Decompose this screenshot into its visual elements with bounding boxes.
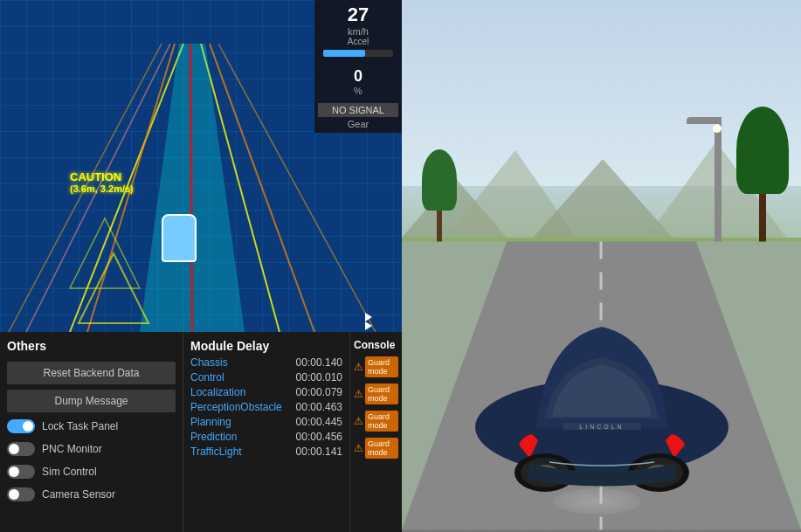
accel-bar: [323, 50, 393, 57]
lock-task-panel-label: Lock Task Panel: [42, 420, 118, 432]
module-name-planning: Planning: [190, 416, 231, 428]
sim-control-toggle[interactable]: [7, 465, 35, 479]
console-item-1: ⚠ Guard mode: [354, 355, 398, 379]
pnc-monitor-label: PNC Monitor: [42, 443, 102, 455]
module-time-chassis: 00:00.140: [296, 356, 342, 369]
console-text-3: Guard mode: [365, 411, 398, 432]
console-item-2: ⚠ Guard mode: [354, 382, 398, 406]
console-text-1: Guard mode: [365, 356, 398, 377]
lock-task-panel-toggle[interactable]: [7, 419, 35, 433]
pnc-monitor-toggle[interactable]: [7, 442, 35, 456]
lincoln-car-svg: LINCOLN: [458, 252, 746, 506]
percent-value: 0: [354, 67, 363, 86]
module-row-trafficlight: TrafficLight 00:00.141: [190, 446, 342, 458]
dump-message-button[interactable]: Dump Message: [7, 390, 176, 412]
speed-unit: km/h: [348, 26, 369, 37]
module-name-trafficlight: TrafficLight: [190, 446, 242, 458]
no-signal-status: NO SIGNAL: [318, 103, 398, 117]
warn-icon-3: ⚠: [354, 415, 363, 427]
svg-text:LINCOLN: LINCOLN: [579, 424, 624, 430]
module-name-localization: Localization: [190, 386, 245, 398]
lock-task-panel-toggle-row: Lock Task Panel: [7, 419, 176, 433]
module-time-prediction: 00:00.456: [296, 431, 342, 443]
module-name-chassis: Chassis: [190, 356, 228, 369]
svg-line-3: [190, 44, 192, 332]
left-panel: CAUTION (3.6m, 3.2m/s) 27 km/h Accel 0 %…: [0, 0, 402, 532]
warn-icon-2: ⚠: [354, 388, 363, 400]
simulation-view: CAUTION (3.6m, 3.2m/s) 27 km/h Accel 0 %…: [0, 0, 402, 332]
percent-unit: %: [354, 86, 363, 96]
caution-detail: (3.6m, 3.2m/s): [70, 183, 134, 194]
module-name-prediction: Prediction: [190, 431, 237, 443]
toggle-knob-3: [9, 466, 19, 477]
camera-sensor-label: Camera Sensor: [42, 488, 115, 501]
speed-panel: 27 km/h Accel 0 % NO SIGNAL Gear: [314, 0, 402, 133]
svg-marker-13: [533, 159, 673, 238]
module-time-perception: 00:00.463: [296, 401, 342, 413]
module-row-prediction: Prediction 00:00.456: [190, 431, 342, 443]
others-panel: Others Reset Backend Data Dump Message L…: [0, 332, 183, 532]
module-delay-panel: Module Delay Chassis 00:00.140 Control 0…: [183, 332, 349, 532]
sim-control-toggle-row: Sim Control: [7, 465, 176, 479]
svg-marker-10: [70, 218, 140, 288]
toggle-knob: [23, 421, 33, 432]
module-row-control: Control 00:00.010: [190, 371, 342, 383]
module-time-control: 00:00.010: [296, 371, 342, 383]
speed-value: 27: [348, 3, 369, 26]
street-lamp: [715, 117, 722, 257]
console-item-3: ⚠ Guard mode: [354, 409, 398, 433]
module-time-planning: 00:00.445: [296, 416, 342, 428]
camera-sensor-toggle[interactable]: [7, 487, 35, 501]
others-title: Others: [7, 339, 176, 353]
ego-car-icon: [162, 214, 197, 262]
module-row-chassis: Chassis 00:00.140: [190, 356, 342, 369]
console-item-4: ⚠ Guard mode: [354, 436, 398, 460]
toggle-knob-2: [9, 444, 19, 454]
console-panel: Console ⚠ Guard mode ⚠ Guard mode ⚠ Guar…: [349, 332, 402, 532]
pnc-monitor-toggle-row: PNC Monitor: [7, 442, 176, 456]
module-time-trafficlight: 00:00.141: [296, 446, 342, 458]
reset-backend-button[interactable]: Reset Backend Data: [7, 362, 176, 384]
module-delay-title: Module Delay: [190, 339, 342, 353]
warn-icon-4: ⚠: [354, 442, 363, 454]
control-panel: Others Reset Backend Data Dump Message L…: [0, 332, 402, 532]
toggle-knob-4: [9, 489, 19, 500]
exhaust-effect: [554, 488, 641, 515]
sim-control-label: Sim Control: [42, 466, 97, 478]
accel-fill: [323, 50, 365, 57]
console-text-4: Guard mode: [365, 438, 398, 459]
module-row-planning: Planning 00:00.445: [190, 416, 342, 428]
mouse-cursor: [365, 313, 374, 321]
gear-label: Gear: [348, 119, 369, 129]
camera-sensor-toggle-row: Camera Sensor: [7, 487, 176, 501]
accel-label: Accel: [348, 37, 369, 46]
caution-overlay: CAUTION (3.6m, 3.2m/s): [70, 170, 134, 194]
caution-title: CAUTION: [70, 170, 134, 183]
warn-icon-1: ⚠: [354, 361, 363, 373]
module-name-control: Control: [190, 371, 224, 383]
3d-scene-background: LINCOLN: [402, 0, 801, 532]
console-text-2: Guard mode: [365, 383, 398, 404]
module-row-perception: PerceptionObstacle 00:00.463: [190, 401, 342, 413]
module-name-perception: PerceptionObstacle: [190, 401, 282, 413]
main-container: CAUTION (3.6m, 3.2m/s) 27 km/h Accel 0 %…: [0, 0, 801, 532]
module-time-localization: 00:00.079: [296, 386, 342, 398]
console-title: Console: [354, 339, 398, 351]
module-row-localization: Localization 00:00.079: [190, 386, 342, 398]
right-panel: LINCOLN: [402, 0, 801, 532]
